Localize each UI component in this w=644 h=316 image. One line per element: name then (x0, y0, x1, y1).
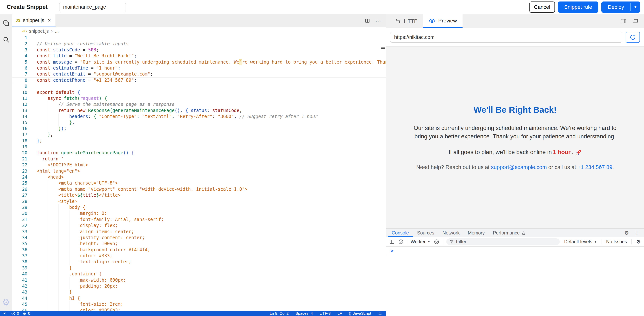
phone-link[interactable]: +1 234 567 89 (578, 164, 612, 170)
code-line[interactable]: 8const contactPhone = "+1 234 567 89"; (12, 77, 386, 83)
cursor-position[interactable]: Ln 8, Col 2 (270, 311, 289, 316)
devtools-tab-performance[interactable]: Performance (489, 229, 530, 237)
code-line[interactable]: 2// Define your customizable inputs (12, 41, 386, 47)
deploy-button[interactable]: Deploy ▼ (602, 2, 640, 13)
console-settings-gear-icon[interactable]: ⚙ (636, 239, 641, 244)
console-context-selector[interactable]: Worker ▼ (410, 239, 430, 244)
code-line[interactable]: 38 text-align: center; (12, 259, 386, 265)
code-line[interactable]: 14 headers: { "Content-Type": "text/html… (12, 114, 386, 120)
javascript-file-icon: JS (22, 29, 27, 33)
eol-setting[interactable]: LF (337, 311, 342, 316)
breadcrumb[interactable]: JS snippet.js › ... (12, 27, 386, 35)
line-number: 1 (12, 35, 27, 41)
code-line[interactable]: 11 async fetch(request) { (12, 95, 386, 101)
code-line[interactable]: 3const statusCode = 503; (12, 47, 386, 53)
code-line[interactable]: 39 } (12, 265, 386, 271)
code-line[interactable]: 35 height: 100vh; (12, 241, 386, 247)
snippets-icon[interactable] (2, 20, 10, 27)
code-line[interactable]: 33 align-items: center; (12, 229, 386, 235)
code-line[interactable]: 30 margin: 0; (12, 210, 386, 216)
code-line[interactable]: 23<html lang="en"> (12, 168, 386, 174)
code-line[interactable]: 21 return ` (12, 156, 386, 162)
code-line[interactable]: 9 (12, 83, 386, 89)
code-line[interactable]: 10export default { (12, 89, 386, 95)
console-filter-input[interactable]: Filter (446, 238, 560, 245)
problems-indicator[interactable]: 0 0 (11, 311, 30, 316)
console-sidebar-toggle-icon[interactable] (390, 239, 395, 244)
code-editor[interactable]: 12// Define your customizable inputs3con… (12, 35, 386, 311)
indentation-setting[interactable]: Spaces: 4 (296, 311, 313, 316)
editor-tab-snippet-js[interactable]: JS snippet.js × (12, 14, 56, 27)
remote-window-icon[interactable]: >< (2, 311, 6, 315)
notifications-bell-icon[interactable] (378, 311, 382, 316)
encoding-setting[interactable]: UTF-8 (320, 311, 331, 316)
issues-counter[interactable]: No Issues (606, 239, 627, 244)
support-email-link[interactable]: support@example.com (491, 164, 547, 170)
breadcrumb-more[interactable]: ... (55, 29, 59, 34)
device-toolbar-icon[interactable] (633, 19, 639, 24)
code-line[interactable]: 6const estimatedTime = "1 hour"; (12, 65, 386, 71)
code-line[interactable]: 28 <style> (12, 198, 386, 204)
code-line[interactable]: 22 <!DOCTYPE html> (12, 162, 386, 168)
code-line[interactable]: 26 <meta name="viewport" content="width=… (12, 186, 386, 192)
code-line[interactable]: 34 justify-content: center; (12, 235, 386, 241)
split-editor-icon[interactable] (364, 18, 370, 24)
code-line[interactable]: 20function generateMaintenancePage() { (12, 150, 386, 156)
cancel-button[interactable]: Cancel (530, 2, 555, 13)
code-line[interactable]: 36 background-color: #f4f4f4; (12, 247, 386, 253)
search-icon[interactable] (2, 36, 10, 43)
breadcrumb-file[interactable]: snippet.js (29, 29, 49, 34)
code-line[interactable]: 32 display: flex; (12, 222, 386, 228)
more-actions-icon[interactable]: ⋯ (376, 18, 382, 24)
code-line[interactable]: 45 font-size: 2rem; (12, 301, 386, 307)
live-expression-icon[interactable] (434, 239, 439, 245)
code-line[interactable]: 29 body { (12, 204, 386, 210)
code-line[interactable]: 31 font-family: Arial, sans-serif; (12, 216, 386, 222)
devtools-tab-network[interactable]: Network (438, 229, 464, 237)
console-prompt[interactable]: > (386, 247, 644, 255)
settings-gear-icon[interactable]: ⚙ (2, 298, 10, 307)
code-line[interactable]: 17 }, (12, 132, 386, 138)
code-line[interactable]: 1 (12, 35, 386, 41)
code-line[interactable]: 43 } (12, 289, 386, 295)
line-number: 27 (12, 192, 27, 198)
log-levels-selector[interactable]: Default levels ▼ (564, 239, 597, 244)
tab-http[interactable]: HTTP (389, 14, 423, 28)
code-line[interactable]: 18}; (12, 138, 386, 144)
code-line[interactable]: 7const contactEmail = "support@example.c… (12, 71, 386, 77)
language-mode[interactable]: {} JavaScript (349, 311, 371, 316)
code-line[interactable]: 44 h1 { (12, 295, 386, 301)
code-line[interactable]: 46 color: #0056b3; (12, 307, 386, 311)
code-line[interactable]: 4const title = "We'll Be Right Back!"; (12, 53, 386, 59)
close-tab-icon[interactable]: × (48, 18, 51, 23)
code-line[interactable]: 16 }); (12, 126, 386, 132)
deploy-caret-icon[interactable]: ▼ (630, 2, 640, 13)
code-line[interactable]: 37 color: #333; (12, 253, 386, 259)
reload-button[interactable] (626, 32, 640, 43)
code-line[interactable]: 24 <head> (12, 174, 386, 180)
snippet-rule-button[interactable]: Snippet rule (558, 2, 598, 13)
code-line[interactable]: 5const message = "Our site is currently … (12, 59, 386, 65)
url-input[interactable] (390, 32, 622, 43)
code-line[interactable]: 15 }, (12, 120, 386, 125)
tab-preview[interactable]: Preview (423, 14, 462, 28)
code-line[interactable]: 40 .container { (12, 271, 386, 277)
clear-console-icon[interactable] (398, 239, 404, 245)
code-line[interactable]: 12 // Serve the maintenance page as a re… (12, 101, 386, 107)
eye-icon (429, 18, 436, 23)
code-line[interactable]: 41 max-width: 600px; (12, 277, 386, 283)
layout-panel-icon[interactable] (620, 19, 626, 24)
code-line[interactable]: 42 padding: 20px; (12, 283, 386, 289)
kebab-menu-icon[interactable]: ⋮ (634, 230, 640, 236)
code-line[interactable]: 25 <meta charset="UTF-8"> (12, 180, 386, 186)
snippet-name-input[interactable] (59, 2, 126, 12)
devtools-tab-sources[interactable]: Sources (413, 229, 438, 237)
devtools-tab-console[interactable]: Console (388, 229, 413, 237)
devtools-tab-memory[interactable]: Memory (464, 229, 489, 237)
scrollbar-marker[interactable] (381, 48, 385, 49)
code-line[interactable]: 13 return new Response(generateMaintenan… (12, 108, 386, 114)
code-line[interactable]: 19 (12, 144, 386, 150)
devtools-settings-gear-icon[interactable]: ⚙ (624, 230, 629, 235)
code-line[interactable]: 27 <title>${title}</title> (12, 192, 386, 198)
deploy-label[interactable]: Deploy (602, 2, 630, 13)
